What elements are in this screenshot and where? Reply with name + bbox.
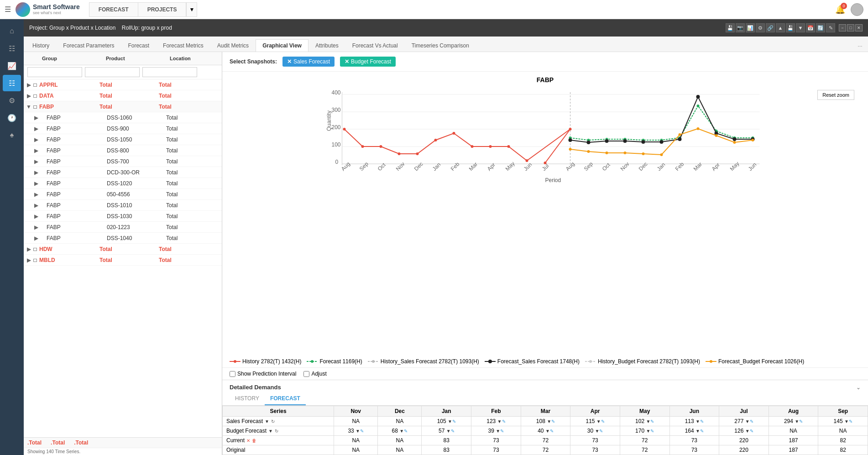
filter-location-input[interactable] — [142, 67, 197, 77]
filter-product-input[interactable] — [85, 67, 140, 77]
cell-down-icon[interactable]: ▼ — [844, 419, 849, 424]
toolbar-icon-3[interactable]: 📊 — [746, 23, 755, 32]
toolbar-icon-7[interactable]: 💾 — [786, 23, 795, 32]
cell-edit-icon[interactable]: ✎ — [500, 429, 504, 434]
cell-edit-icon[interactable]: ✎ — [452, 419, 456, 424]
cell-down-icon[interactable]: ▼ — [695, 419, 700, 424]
tree-expand-icon[interactable]: ▶ — [33, 224, 39, 230]
cell-down-icon[interactable]: ▼ — [545, 429, 550, 434]
tab-history[interactable]: History — [26, 39, 56, 52]
cell-down-icon[interactable]: ▼ — [595, 429, 599, 434]
tree-expand-icon[interactable]: ▶ — [33, 202, 39, 209]
forecast-nav-btn[interactable]: FORECAST — [89, 2, 138, 17]
toolbar-icon-4[interactable]: ⚙ — [756, 23, 765, 32]
tree-expand-icon[interactable]: ▶ — [33, 115, 39, 121]
tree-row[interactable]: ▶FABP050-4556Total — [24, 189, 222, 200]
tree-row[interactable]: ▶FABPDSS-1060Total — [24, 112, 222, 123]
toolbar-icon-6[interactable]: ▲ — [776, 23, 785, 32]
cell-down-icon[interactable]: ▼ — [496, 429, 500, 434]
tree-row[interactable]: ▶FABPDSS-800Total — [24, 145, 222, 156]
cell-down-icon[interactable]: ▼ — [646, 419, 650, 424]
maximize-btn[interactable]: □ — [847, 24, 854, 31]
tree-row[interactable]: ▶□HDWTotalTotal — [24, 244, 222, 255]
tree-checkbox[interactable]: □ — [32, 93, 38, 99]
tree-row[interactable]: ▶FABPDSS-700Total — [24, 156, 222, 167]
tree-row[interactable]: ▶□MBLDTotalTotal — [24, 255, 222, 266]
cell-down-icon[interactable]: ▼ — [795, 419, 799, 424]
tree-expand-icon[interactable]: ▶ — [33, 191, 39, 198]
cell-down-icon[interactable]: ▼ — [745, 419, 750, 424]
toolbar-icon-9[interactable]: 📅 — [806, 23, 815, 32]
tab-forecast-metrics[interactable]: Forecast Metrics — [156, 39, 210, 52]
tree-expand-icon[interactable]: ▶ — [33, 180, 39, 187]
tree-row[interactable]: ▶□DATATotalTotal — [24, 90, 222, 101]
cell-down-icon[interactable]: ▼ — [448, 419, 452, 424]
cell-down-icon[interactable]: ▼ — [745, 429, 750, 434]
tree-expand-icon[interactable]: ▶ — [33, 126, 39, 132]
toolbar-icon-8[interactable]: ▼ — [796, 23, 805, 32]
cell-edit-icon[interactable]: ✎ — [404, 429, 408, 434]
hamburger-menu[interactable]: ☰ — [5, 5, 11, 14]
x-icon[interactable]: ✕ — [246, 438, 250, 443]
detail-tab-history[interactable]: HISTORY — [230, 392, 265, 405]
cell-edit-icon[interactable]: ✎ — [551, 419, 555, 424]
detail-tab-forecast[interactable]: FORECAST — [265, 392, 306, 405]
tree-row[interactable]: ▶FABPDSS-900Total — [24, 123, 222, 134]
toolbar-icon-10[interactable]: 🔄 — [816, 23, 825, 32]
cell-edit-icon[interactable]: ✎ — [451, 429, 455, 434]
adjust-input[interactable] — [303, 371, 309, 377]
cell-down-icon[interactable]: ▼ — [596, 419, 601, 424]
tree-checkbox[interactable]: □ — [32, 104, 38, 110]
user-avatar[interactable] — [851, 3, 863, 16]
show-prediction-checkbox[interactable]: Show Prediction Interval — [230, 371, 296, 377]
close-btn[interactable]: ✕ — [855, 24, 863, 31]
tree-expand-icon[interactable]: ▶ — [26, 257, 32, 263]
tree-checkbox[interactable]: □ — [32, 257, 38, 263]
tab-forecast[interactable]: Forecast — [121, 39, 156, 52]
snapshot-x-sales[interactable]: ✕ — [287, 58, 292, 65]
sidebar-group-icon[interactable]: ♠ — [3, 127, 21, 143]
tab-audit-metrics[interactable]: Audit Metrics — [210, 39, 256, 52]
cell-edit-icon[interactable]: ✎ — [502, 419, 506, 424]
tab-timeseries-comparison[interactable]: Timeseries Comparison — [405, 39, 476, 52]
down-icon[interactable]: ▼ — [265, 419, 269, 424]
tree-checkbox[interactable]: □ — [32, 82, 38, 88]
cell-edit-icon[interactable]: ✎ — [550, 429, 554, 434]
cell-edit-icon[interactable]: ✎ — [700, 429, 704, 434]
cell-edit-icon[interactable]: ✎ — [849, 419, 852, 424]
tree-row[interactable]: ▶FABPDSS-1040Total — [24, 233, 222, 244]
tab-attributes[interactable]: Attributes — [309, 39, 345, 52]
tree-expand-icon[interactable]: ▶ — [26, 93, 32, 99]
cell-down-icon[interactable]: ▼ — [695, 429, 700, 434]
sidebar-home-icon[interactable]: ⌂ — [3, 23, 21, 39]
cell-edit-icon[interactable]: ✎ — [650, 419, 654, 424]
tree-expand-icon[interactable]: ▶ — [26, 246, 32, 252]
cell-down-icon[interactable]: ▼ — [547, 419, 551, 424]
prediction-input[interactable] — [230, 371, 235, 377]
detailed-collapse-icon[interactable]: ⌄ — [856, 384, 861, 391]
projects-nav-btn[interactable]: PROJECTS — [138, 2, 187, 17]
toolbar-icon-5[interactable]: 🔗 — [766, 23, 775, 32]
minimize-btn[interactable]: − — [839, 24, 846, 31]
sidebar-chart-icon[interactable]: ☷ — [3, 40, 21, 57]
tree-expand-icon[interactable]: ▶ — [33, 158, 39, 165]
cell-down-icon[interactable]: ▼ — [356, 429, 360, 434]
tab-forecast-vs-actual[interactable]: Forecast Vs Actual — [345, 39, 405, 52]
cell-edit-icon[interactable]: ✎ — [750, 429, 753, 434]
down-icon[interactable]: ▼ — [268, 429, 273, 434]
snapshot-budget-forecast[interactable]: ✕ Budget Forecast — [340, 57, 396, 67]
refresh-icon[interactable]: ↻ — [271, 419, 275, 424]
snapshot-x-budget[interactable]: ✕ — [345, 58, 349, 65]
toolbar-icon-1[interactable]: 💾 — [726, 23, 735, 32]
tree-expand-icon[interactable]: ▶ — [33, 136, 39, 143]
cell-edit-icon[interactable]: ✎ — [601, 419, 605, 424]
tree-expand-icon[interactable]: ▶ — [33, 147, 39, 154]
cell-edit-icon[interactable]: ✎ — [799, 419, 803, 424]
tab-graphical-view[interactable]: Graphical View — [256, 39, 309, 52]
cell-edit-icon[interactable]: ✎ — [360, 429, 364, 434]
cell-edit-icon[interactable]: ✎ — [750, 419, 753, 424]
reset-zoom-btn[interactable]: Reset zoom — [817, 90, 854, 100]
toolbar-icon-11[interactable]: ✎ — [826, 23, 835, 32]
tree-row[interactable]: ▶□APPRLTotalTotal — [24, 79, 222, 90]
tree-row[interactable]: ▼□FABPTotalTotal — [24, 101, 222, 112]
